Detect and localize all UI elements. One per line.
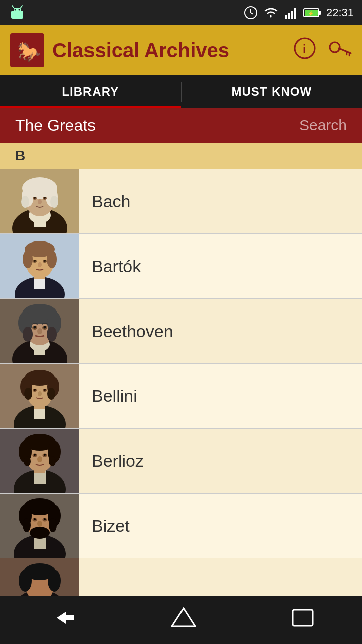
svg-point-71 [37,328,42,334]
bottom-nav [0,596,362,644]
info-icon: i [294,37,316,59]
svg-point-49 [47,250,57,268]
recents-icon [290,607,315,628]
svg-point-117 [44,518,46,520]
svg-point-2 [15,9,16,11]
home-button[interactable] [156,602,211,638]
svg-point-102 [24,456,31,466]
key-icon [328,37,352,59]
list-item[interactable]: Bizet [0,494,362,558]
header-left: 🐎 Classical Archives [10,33,229,67]
app-header: 🐎 Classical Archives i [0,25,362,75]
key-button[interactable] [328,37,352,64]
list-item[interactable]: Berlioz [0,429,362,494]
svg-text:🐎: 🐎 [17,40,40,63]
composer-name-bizet: Bizet [79,516,130,536]
svg-point-127 [48,570,61,592]
back-button[interactable] [32,603,92,637]
tab-bar: LIBRARY MUST KNOW [0,75,362,108]
info-button[interactable]: i [294,37,316,64]
svg-point-53 [44,260,46,262]
search-label[interactable]: Search [299,117,347,134]
svg-point-99 [34,454,36,456]
composer-portrait-next [0,558,79,596]
composer-name-berlioz: Berlioz [79,451,144,471]
svg-point-101 [37,456,42,462]
svg-text:i: i [303,42,306,56]
svg-point-35 [50,196,58,208]
svg-rect-9 [285,15,287,19]
letter-header-b: B [0,143,362,169]
svg-point-3 [19,9,20,11]
tab-mustknow[interactable]: MUST KNOW [182,75,363,108]
recents-button[interactable] [275,602,330,638]
svg-line-8 [251,13,253,14]
svg-point-120 [49,518,57,532]
logo-horse-icon: 🐎 [14,37,40,63]
composer-portrait-bartok [0,234,79,298]
svg-line-5 [21,6,22,8]
svg-rect-14 [319,11,321,15]
svg-point-48 [23,250,33,268]
svg-point-65 [23,327,33,342]
svg-point-66 [47,327,57,342]
clock-icon [244,6,258,20]
home-icon [171,607,196,628]
list-item[interactable]: Bach [0,169,362,234]
status-left [8,4,26,22]
tab-library[interactable]: LIBRARY [0,75,181,108]
composer-list: Bach [0,169,362,596]
svg-point-118 [37,521,42,527]
svg-rect-12 [294,8,296,19]
composer-portrait-bellini [0,364,79,428]
section-title: The Greats [15,116,96,135]
svg-point-86 [44,389,46,391]
svg-point-34 [21,196,29,208]
composer-name-bach: Bach [79,192,131,211]
svg-rect-128 [293,610,313,626]
app-title: Classical Archives [52,39,229,62]
composer-name-bartok: Bartók [79,257,141,276]
tab-library-label: LIBRARY [62,85,119,99]
svg-text:⚡: ⚡ [308,10,314,17]
svg-point-116 [34,518,36,520]
svg-point-69 [34,326,36,329]
svg-rect-10 [288,13,290,19]
svg-point-82 [47,388,55,400]
svg-point-52 [34,260,36,262]
back-icon [47,608,77,628]
svg-point-54 [38,262,42,267]
header-icons: i [294,37,352,64]
svg-point-85 [34,389,36,391]
composer-name-bellini: Bellini [79,386,137,406]
wifi-icon [263,6,279,20]
composer-name-beethoven: Beethoven [79,321,173,341]
list-item[interactable]: Bellini [0,364,362,429]
app-logo: 🐎 [10,33,44,67]
composer-portrait-bizet [0,494,79,558]
svg-point-70 [44,326,46,329]
section-header: The Greats Search [0,108,362,143]
composer-portrait-beethoven [0,299,79,363]
composer-portrait-bach [0,169,79,233]
svg-point-103 [49,456,56,466]
svg-line-4 [12,6,14,8]
svg-point-40 [38,199,42,204]
battery-icon: ⚡ [303,7,321,18]
list-item[interactable]: Beethoven [0,299,362,364]
svg-point-38 [34,197,36,199]
composer-portrait-berlioz [0,429,79,493]
list-item[interactable]: Bartók [0,234,362,299]
signal-icon [284,6,298,20]
android-icon [8,4,26,22]
letter-label: B [15,148,25,164]
svg-point-87 [38,391,42,396]
status-bar: ⚡ 22:31 [0,0,362,25]
svg-point-39 [44,197,46,199]
svg-point-126 [19,570,32,592]
tab-mustknow-label: MUST KNOW [231,85,312,99]
svg-point-119 [23,518,31,532]
time-display: 22:31 [326,6,354,19]
svg-point-20 [330,42,340,52]
list-item[interactable] [0,558,362,596]
